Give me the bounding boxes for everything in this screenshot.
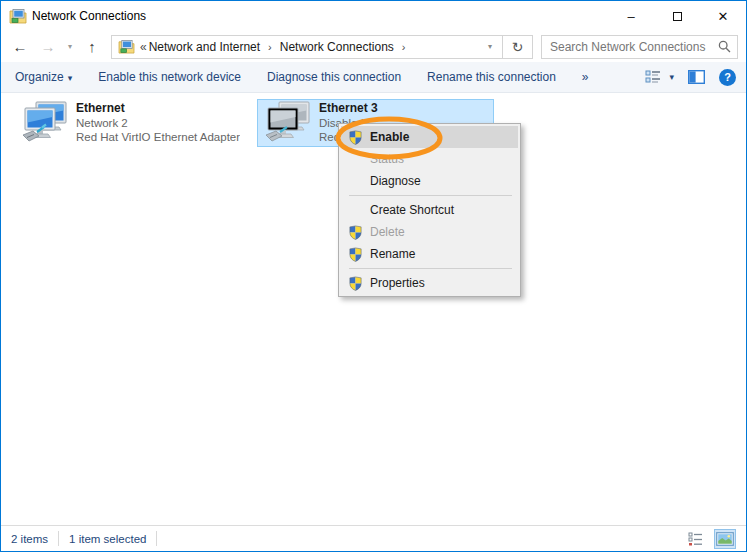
menu-item-delete: Delete: [341, 221, 518, 243]
menu-item-create-shortcut[interactable]: Create Shortcut: [341, 199, 518, 221]
address-bar: ← → ▾ ↑ « Network and Internet › Network…: [1, 31, 746, 62]
menu-item-label: Diagnose: [370, 174, 421, 188]
network-adapter-disabled-icon: [262, 101, 312, 145]
maximize-button[interactable]: [654, 1, 700, 31]
command-bar: Organize▾ Enable this network device Dia…: [1, 62, 746, 93]
search-box: [541, 35, 738, 59]
refresh-button[interactable]: ↻: [503, 35, 533, 59]
back-button[interactable]: ←: [7, 35, 33, 59]
status-separator: [58, 531, 59, 546]
change-view-button[interactable]: ▾: [645, 70, 674, 84]
connection-item-ethernet[interactable]: Ethernet Network 2 Red Hat VirtIO Ethern…: [15, 99, 252, 147]
details-view-button[interactable]: [684, 529, 706, 549]
address-dropdown-icon[interactable]: ▾: [482, 42, 498, 51]
help-icon: ?: [724, 71, 731, 83]
rename-connection-button[interactable]: Rename this connection: [427, 70, 556, 84]
network-connections-window: Network Connections – ✕ ← → ▾ ↑ « Networ…: [0, 0, 747, 552]
uac-shield-icon: [348, 130, 370, 145]
breadcrumb-separator-icon[interactable]: ›: [402, 41, 406, 53]
uac-shield-icon: [348, 247, 370, 262]
menu-item-status: Status: [341, 148, 518, 170]
refresh-icon: ↻: [512, 39, 524, 55]
diagnose-connection-button[interactable]: Diagnose this connection: [267, 70, 401, 84]
connection-name: Ethernet: [76, 101, 240, 116]
menu-item-properties[interactable]: Properties: [341, 272, 518, 294]
address-group: « Network and Internet › Network Connect…: [111, 35, 533, 59]
preview-pane-icon: [688, 70, 705, 84]
thumbnail-view-icon: [716, 532, 734, 546]
search-input[interactable]: [550, 40, 718, 54]
network-connections-app-icon: [9, 8, 27, 24]
caption-buttons: – ✕: [608, 1, 746, 31]
large-icons-view-button[interactable]: [714, 529, 736, 549]
connection-status: Network 2: [76, 116, 240, 131]
connection-text: Ethernet Network 2 Red Hat VirtIO Ethern…: [76, 101, 240, 145]
close-icon: ✕: [718, 9, 729, 24]
preview-pane-button[interactable]: [688, 70, 705, 84]
folder-location-icon: [118, 39, 135, 54]
chevron-down-icon: ▾: [68, 73, 73, 83]
details-view-icon: [688, 532, 703, 546]
menu-item-diagnose[interactable]: Diagnose: [341, 170, 518, 192]
up-icon: ↑: [88, 38, 96, 55]
menu-item-enable[interactable]: Enable: [341, 126, 518, 148]
breadcrumb-item-network-and-internet[interactable]: Network and Internet: [149, 40, 260, 54]
window-title: Network Connections: [32, 9, 146, 23]
selected-count: 1 item selected: [69, 533, 146, 545]
menu-item-label: Properties: [370, 276, 425, 290]
organize-menu-button[interactable]: Organize▾: [15, 70, 72, 84]
back-icon: ←: [13, 38, 28, 55]
menu-item-rename[interactable]: Rename: [341, 243, 518, 265]
breadcrumb-item-network-connections[interactable]: Network Connections: [280, 40, 394, 54]
up-button[interactable]: ↑: [79, 35, 105, 59]
menu-item-label: Status: [370, 152, 404, 166]
forward-button[interactable]: →: [35, 35, 61, 59]
breadcrumb-overflow[interactable]: «: [140, 40, 147, 54]
breadcrumb[interactable]: « Network and Internet › Network Connect…: [111, 35, 503, 59]
menu-item-label: Enable: [370, 130, 409, 144]
chevron-down-icon: ▾: [669, 72, 674, 82]
commandbar-right-group: ▾ ?: [645, 69, 736, 86]
uac-shield-icon: [348, 276, 370, 291]
connection-name: Ethernet 3: [319, 101, 483, 116]
breadcrumb-separator-icon[interactable]: ›: [268, 41, 272, 53]
search-icon[interactable]: [718, 40, 731, 53]
status-separator: [156, 531, 157, 546]
maximize-icon: [673, 12, 682, 21]
chevron-down-icon: ▾: [68, 42, 72, 51]
minimize-icon: –: [627, 9, 634, 24]
menu-item-label: Create Shortcut: [370, 203, 454, 217]
connections-list: Ethernet Network 2 Red Hat VirtIO Ethern…: [1, 93, 746, 525]
items-count: 2 items: [11, 533, 48, 545]
status-bar: 2 items 1 item selected: [1, 525, 746, 551]
menu-separator: [349, 195, 512, 196]
close-button[interactable]: ✕: [700, 1, 746, 31]
organize-label: Organize: [15, 70, 64, 84]
more-commands-button[interactable]: »: [582, 70, 589, 84]
titlebar: Network Connections – ✕: [1, 1, 746, 31]
forward-icon: →: [41, 38, 56, 55]
minimize-button[interactable]: –: [608, 1, 654, 31]
enable-device-button[interactable]: Enable this network device: [98, 70, 241, 84]
menu-item-label: Rename: [370, 247, 415, 261]
network-adapter-icon: [19, 101, 69, 145]
connection-device: Red Hat VirtIO Ethernet Adapter: [76, 130, 240, 145]
uac-shield-icon: [348, 225, 370, 240]
help-button[interactable]: ?: [719, 69, 736, 86]
view-list-icon: [645, 70, 661, 84]
recent-locations-button[interactable]: ▾: [63, 35, 77, 59]
context-menu: Enable Status Diagnose Create Shortcut D…: [338, 123, 521, 297]
statusbar-view-buttons: [684, 529, 736, 549]
menu-separator: [349, 268, 512, 269]
menu-item-label: Delete: [370, 225, 405, 239]
